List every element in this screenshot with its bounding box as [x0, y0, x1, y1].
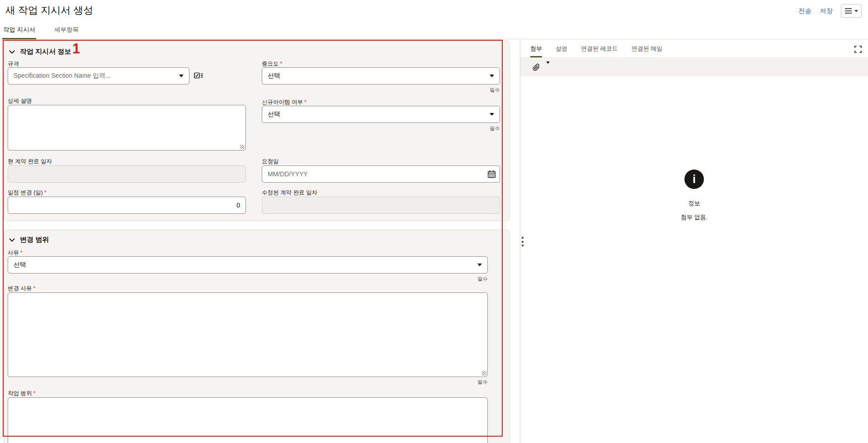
work-scope-label: 작업 범위* — [8, 390, 35, 397]
schedule-change-label: 일정 변경 (일)* — [8, 189, 47, 197]
spec-combobox[interactable]: Specification Section Name 입력... — [8, 67, 189, 85]
change-reason-textarea-wrap — [8, 292, 488, 377]
send-button[interactable]: 전송 — [798, 7, 811, 15]
page-title: 새 작업 지시서 생성 — [5, 4, 93, 17]
current-completion-field — [8, 166, 245, 182]
paperclip-icon — [533, 63, 540, 71]
section-work-order-info: 작업 지시서 정보 규격 Specification Section Name … — [4, 41, 510, 221]
annotation-number: 1 — [72, 41, 80, 57]
request-date-label: 요청일 — [262, 158, 279, 165]
resize-handle[interactable] — [240, 145, 245, 149]
empty-state-message: 첨부 없음. — [520, 213, 868, 222]
splitter-drag-handle-icon[interactable] — [522, 237, 524, 246]
detail-desc-textarea[interactable] — [8, 105, 245, 150]
new-item-label: 신규아이템 여부* — [262, 99, 307, 106]
chevron-down-icon — [854, 10, 858, 12]
tab-description[interactable]: 설명 — [556, 39, 567, 57]
info-icon — [684, 170, 704, 189]
section-work-order-info-header[interactable]: 작업 지시서 정보 — [10, 47, 71, 56]
schedule-change-inputbox — [8, 197, 246, 214]
attachments-toolbar — [520, 58, 868, 76]
work-scope-textarea-wrap — [8, 397, 488, 443]
resize-handle[interactable] — [482, 371, 486, 376]
spec-list-picker-button[interactable] — [193, 71, 204, 80]
panel-tab-bar: 첨부 설명 연결된 레코드 연결된 메일 — [520, 39, 868, 58]
required-asterisk: * — [280, 61, 283, 67]
tab-attachments[interactable]: 첨부 — [530, 39, 542, 57]
more-actions-menu-button[interactable] — [841, 4, 862, 18]
work-scope-textarea[interactable] — [8, 398, 487, 443]
collapse-chevron-icon — [9, 48, 15, 54]
revised-completion-label: 수정된 계약 완료 일자 — [262, 189, 317, 197]
new-item-value: 선택 — [268, 110, 280, 118]
attachments-panel: 첨부 설명 연결된 레코드 연결된 메일 — [520, 39, 868, 443]
required-asterisk: * — [304, 99, 307, 105]
work-order-create-page: 새 작업 지시서 생성 전송 저장 작업 지시서 세부항목 1 작업 지시서 정… — [0, 0, 868, 443]
detail-desc-textarea-wrap — [8, 105, 246, 151]
required-asterisk: * — [20, 250, 23, 256]
page-header: 새 작업 지시서 생성 전송 저장 — [0, 0, 868, 22]
revised-completion-input — [262, 197, 500, 214]
calendar-picker-button[interactable] — [487, 170, 496, 179]
current-completion-label: 현 계약 완료 일자 — [8, 158, 52, 165]
section-title: 변경 범위 — [20, 236, 49, 244]
change-reason-textarea[interactable] — [8, 293, 487, 377]
hamburger-icon — [845, 8, 852, 14]
main-tab-bar: 작업 지시서 세부항목 — [0, 22, 868, 39]
attachments-empty-state: 정보 첨부 없음. — [520, 170, 868, 222]
checklist-icon — [194, 72, 203, 79]
required-helper-text: 필수 — [262, 87, 500, 94]
importance-label: 중요도* — [262, 60, 282, 68]
dropdown-caret-icon — [477, 264, 482, 266]
tab-linked-mail[interactable]: 연결된 메일 — [632, 39, 663, 57]
attach-options-dropdown-button[interactable] — [545, 66, 551, 68]
spec-label: 규격 — [8, 60, 19, 68]
save-button[interactable]: 저장 — [820, 7, 833, 15]
expand-panel-button[interactable] — [854, 45, 863, 54]
importance-select[interactable]: 선택 — [262, 67, 500, 85]
required-asterisk: * — [44, 189, 47, 196]
fullscreen-icon — [854, 46, 862, 53]
current-completion-input — [8, 165, 246, 183]
content-area: 작업 지시서 정보 규격 Specification Section Name … — [0, 39, 868, 443]
change-reason-label: 변경 사유* — [8, 285, 35, 292]
spec-placeholder: Specification Section Name 입력... — [14, 72, 111, 80]
required-asterisk: * — [33, 285, 35, 292]
reason-label: 사유* — [8, 249, 23, 257]
required-asterisk: * — [33, 390, 35, 396]
required-helper-text: 필수 — [8, 276, 488, 283]
attach-file-button[interactable] — [532, 62, 541, 72]
section-change-scope: 변경 범위 사유* 선택 필수 변경 사유* 필수 작업 범위* — [4, 230, 510, 443]
dropdown-caret-icon — [179, 75, 184, 77]
request-date-inputbox — [262, 165, 500, 183]
calendar-icon — [487, 170, 496, 179]
empty-state-title: 정보 — [520, 199, 868, 207]
detail-desc-label: 상세 설명 — [8, 97, 32, 105]
required-helper-text: 필수 — [8, 379, 488, 386]
tab-line-items[interactable]: 세부항목 — [53, 22, 80, 39]
section-change-scope-header[interactable]: 변경 범위 — [10, 236, 49, 244]
schedule-change-input[interactable] — [8, 197, 245, 213]
importance-value: 선택 — [268, 72, 280, 80]
reason-select[interactable]: 선택 — [8, 256, 488, 273]
reason-value: 선택 — [14, 261, 26, 269]
dropdown-caret-icon — [490, 75, 494, 77]
chevron-down-icon — [546, 61, 550, 71]
tab-work-order[interactable]: 작업 지시서 — [2, 22, 36, 39]
tab-linked-records[interactable]: 연결된 레코드 — [581, 39, 618, 57]
header-actions: 전송 저장 — [798, 4, 862, 18]
dropdown-caret-icon — [490, 113, 494, 116]
required-helper-text: 필수 — [262, 125, 500, 132]
collapse-chevron-icon — [9, 236, 15, 242]
request-date-input[interactable] — [262, 166, 500, 182]
revised-completion-field — [262, 197, 500, 213]
section-title: 작업 지시서 정보 — [20, 47, 71, 56]
new-item-select[interactable]: 선택 — [262, 106, 500, 123]
